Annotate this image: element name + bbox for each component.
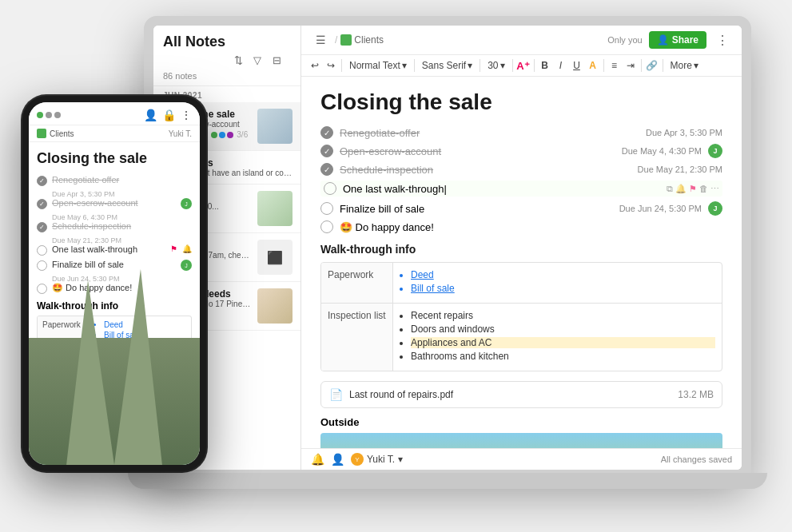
attachment-name: Last round of repairs.pdf xyxy=(349,389,671,400)
list-button[interactable]: ≡ xyxy=(607,58,622,73)
footer-person-icon[interactable]: 👤 xyxy=(331,453,344,466)
attachment-row[interactable]: 📄 Last round of repairs.pdf 13.2 MB xyxy=(320,381,722,408)
breadcrumb-notebook[interactable]: Clients xyxy=(340,34,384,46)
thumb-image-qr: ⬛ xyxy=(257,240,293,275)
item-avatar-2: J xyxy=(708,144,722,158)
phone-breadcrumb: Clients Yuki T. xyxy=(29,125,200,142)
indent-button[interactable]: ⇥ xyxy=(623,58,638,73)
checkbox-6[interactable] xyxy=(320,220,333,233)
phone-device: 👤 🔒 ⋮ Clients Yuki T. Closing the sale ✓… xyxy=(22,96,206,471)
phone-item-4: One last walk-through xyxy=(52,244,165,254)
phone-checklist-6: 🤩 Do happy dance! xyxy=(37,283,192,294)
item-due-1: Due Apr 3, 5:30 PM xyxy=(646,128,722,137)
font-family-dropdown[interactable]: Sans Serif ▾ xyxy=(418,58,476,73)
more-menu-button[interactable]: ⋮ xyxy=(713,30,732,50)
undo-button[interactable]: ↩ xyxy=(308,58,322,73)
phone-item-meta-2: Due May 6, 4:30 PM xyxy=(52,213,192,221)
note-thumbnail: ⬛ xyxy=(257,240,293,275)
footer-bell-icon[interactable]: 🔔 xyxy=(311,453,324,466)
more-formatting-button[interactable]: More ▾ xyxy=(667,58,702,73)
more-icon[interactable]: ⋯ xyxy=(710,184,719,194)
notes-header: All Notes ⇅ ▽ ⊟ 86 notes xyxy=(153,26,300,86)
app-container: All Notes ⇅ ▽ ⊟ 86 notes JUN 2021 Closin… xyxy=(153,26,742,470)
checklist-item-2: ✓ Open-escrow-account Due May 4, 4:30 PM… xyxy=(320,144,722,158)
checkbox-4[interactable] xyxy=(324,182,336,195)
bell-icon[interactable]: 🔔 xyxy=(675,184,687,194)
checklist-item-6: 🤩 Do happy dance! xyxy=(320,220,722,233)
item-text-1: Renegotiate-offer xyxy=(340,127,639,139)
font-size-dropdown[interactable]: 30 ▾ xyxy=(484,58,508,73)
editor-content[interactable]: Closing the sale ✓ Renegotiate-offer Due… xyxy=(301,77,742,448)
item-due-2: Due May 4, 4:30 PM xyxy=(622,146,702,156)
footer-user-name: Yuki T. xyxy=(367,454,395,465)
toggle-sidebar-icon[interactable]: ☰ xyxy=(311,30,330,50)
phone-checkbox-6[interactable] xyxy=(37,284,47,294)
phone-back-button[interactable] xyxy=(37,112,61,118)
phone-item-6: 🤩 Do happy dance! xyxy=(52,283,192,293)
italic-button[interactable]: I xyxy=(554,58,568,73)
pdf-icon: 📄 xyxy=(329,388,343,401)
laptop-device: All Notes ⇅ ▽ ⊟ 86 notes JUN 2021 Closin… xyxy=(144,16,751,479)
thumb-image-map xyxy=(257,191,293,226)
fmt-separator xyxy=(414,59,415,72)
info-label-inspection: Inspection list xyxy=(321,304,393,371)
text-color-button[interactable]: A⁺ xyxy=(516,58,531,73)
phone-item-2: Open-escrow-account xyxy=(52,198,176,208)
fmt-separator xyxy=(641,59,642,72)
checkbox-1[interactable]: ✓ xyxy=(320,126,333,139)
phone-checkbox-3[interactable]: ✓ xyxy=(37,222,47,232)
link-button[interactable]: 🔗 xyxy=(645,58,659,73)
checkbox-5[interactable] xyxy=(320,202,333,215)
note-progress: 3/6 xyxy=(237,130,248,139)
phone-content[interactable]: Closing the sale ✓ Renegotiate offer Due… xyxy=(29,142,200,465)
share-button[interactable]: 👤 Share xyxy=(649,31,706,49)
footer-user[interactable]: Y Yuki T. ▾ xyxy=(351,453,403,466)
info-row-inspection: Inspection list Recent repairs Doors and… xyxy=(321,304,722,371)
more-label: More xyxy=(671,60,692,71)
phone-checkbox-4[interactable] xyxy=(37,245,47,256)
inspection-bathrooms: Bathrooms and kitchen xyxy=(411,351,715,362)
formatting-bar: ↩ ↪ Normal Text ▾ Sans Serif ▾ 30 xyxy=(301,55,742,77)
text-style-dropdown[interactable]: Normal Text ▾ xyxy=(345,58,411,73)
phone-person-icon[interactable]: 👤 xyxy=(144,109,157,121)
phone-checklist-4: One last walk-through ⚑ 🔔 xyxy=(37,244,192,256)
phone-checkbox-1[interactable]: ✓ xyxy=(37,176,47,186)
phone-checkbox-2[interactable]: ✓ xyxy=(37,199,47,209)
note-thumbnail xyxy=(257,288,293,324)
phone-bell-icon: 🔔 xyxy=(182,244,192,253)
highlight-button[interactable]: A xyxy=(586,58,600,73)
underline-button[interactable]: U xyxy=(570,58,584,73)
paperwork-deed-link[interactable]: Deed xyxy=(411,269,715,280)
phone-more-icon[interactable]: ⋮ xyxy=(181,109,192,121)
walk-through-heading: Walk-through info xyxy=(320,243,722,256)
fmt-separator xyxy=(534,59,535,72)
laptop-base xyxy=(128,473,767,489)
phone-walk-through-title: Walk-through info xyxy=(37,300,192,312)
checkbox-2[interactable]: ✓ xyxy=(320,145,333,157)
checkbox-3[interactable]: ✓ xyxy=(320,163,333,176)
item-text-6: 🤩 Do happy dance! xyxy=(340,221,722,233)
all-notes-title: All Notes xyxy=(163,34,291,50)
phone-checklist-1: ✓ Renegotiate offer xyxy=(37,175,192,186)
chevron-down-icon: ▾ xyxy=(500,60,505,71)
font-family-label: Sans Serif xyxy=(422,60,466,71)
fmt-separator xyxy=(480,59,480,72)
phone-checkbox-5[interactable] xyxy=(37,260,47,271)
share-label: Share xyxy=(672,34,698,46)
tag-green xyxy=(211,132,217,138)
phone-lock-icon[interactable]: 🔒 xyxy=(162,109,176,121)
flag-icon[interactable]: ⚑ xyxy=(689,184,697,194)
filter-icon[interactable]: ▽ xyxy=(249,52,265,68)
redo-button[interactable]: ↪ xyxy=(324,58,338,73)
phone-note-title: Closing the sale xyxy=(37,150,192,167)
fmt-separator xyxy=(603,59,604,72)
trash-icon[interactable]: 🗑 xyxy=(699,184,708,194)
share-icon: 👤 xyxy=(657,34,669,46)
sort-icon[interactable]: ⇅ xyxy=(230,52,246,68)
footer-status: All changes saved xyxy=(661,455,732,464)
paperwork-bill-link[interactable]: Bill of sale xyxy=(411,283,715,294)
layout-icon[interactable]: ⊟ xyxy=(269,52,285,68)
item-text-3: Schedule-inspection xyxy=(340,164,631,176)
bold-button[interactable]: B xyxy=(538,58,552,73)
copy-icon[interactable]: ⧉ xyxy=(667,184,673,194)
